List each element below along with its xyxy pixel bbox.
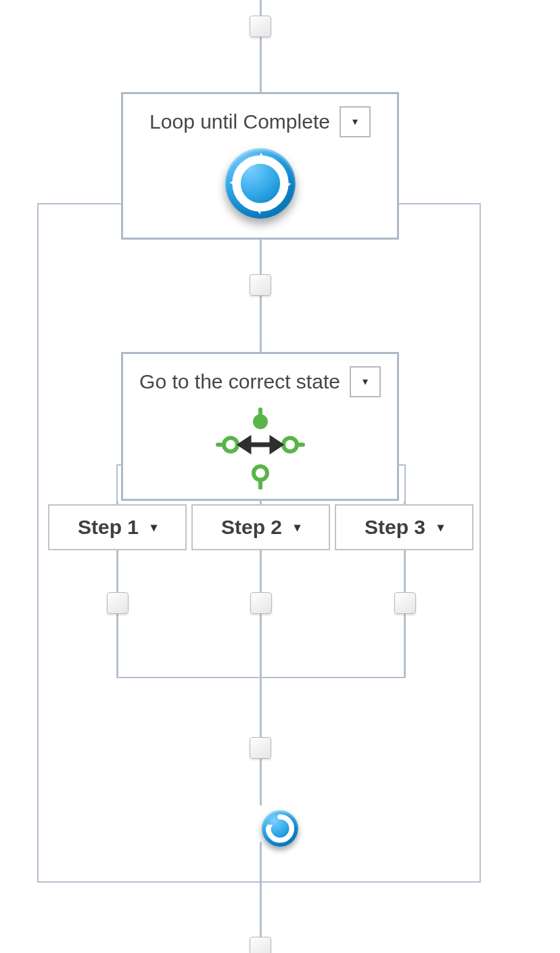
loop-node-menu-button[interactable]: ▾ bbox=[340, 106, 371, 137]
branch-step-3-label: Step 3 bbox=[365, 516, 425, 539]
drop-target-branch-2[interactable] bbox=[250, 592, 272, 614]
svg-marker-14 bbox=[272, 439, 280, 450]
svg-point-11 bbox=[253, 414, 268, 429]
drop-target-inside-loop-1[interactable] bbox=[250, 274, 271, 296]
state-machine-icon bbox=[215, 405, 306, 489]
state-machine-node[interactable]: Go to the correct state ▾ bbox=[121, 352, 399, 501]
branch-step-3-caret[interactable]: ▾ bbox=[438, 521, 444, 533]
cycle-icon bbox=[225, 148, 296, 219]
branch-step-2-label: Step 2 bbox=[221, 516, 282, 539]
loop-node-title: Loop until Complete bbox=[149, 110, 330, 133]
branch-step-1-caret[interactable]: ▾ bbox=[151, 521, 157, 533]
drop-target-branch-3[interactable] bbox=[394, 592, 416, 614]
loop-node[interactable]: Loop until Complete ▾ bbox=[121, 92, 399, 240]
connector-loop-to-sm bbox=[260, 240, 262, 353]
state-machine-title: Go to the correct state bbox=[139, 370, 340, 393]
cycle-end-icon bbox=[262, 810, 298, 847]
state-machine-menu-button[interactable]: ▾ bbox=[350, 366, 381, 397]
branch-step-2-caret[interactable]: ▾ bbox=[294, 521, 300, 533]
drop-target-after-sm[interactable] bbox=[250, 737, 271, 759]
branch-step-2[interactable]: Step 2 ▾ bbox=[191, 504, 330, 550]
branch-step-1-label: Step 1 bbox=[78, 516, 139, 539]
branch-step-3[interactable]: Step 3 ▾ bbox=[335, 504, 473, 550]
drop-target-branch-1[interactable] bbox=[107, 592, 129, 614]
drop-target-above-loop[interactable] bbox=[250, 16, 271, 37]
branch-step-1[interactable]: Step 1 ▾ bbox=[48, 504, 187, 550]
connector-top bbox=[260, 0, 262, 93]
svg-marker-13 bbox=[241, 439, 249, 450]
drop-target-below-loop[interactable] bbox=[250, 937, 271, 953]
